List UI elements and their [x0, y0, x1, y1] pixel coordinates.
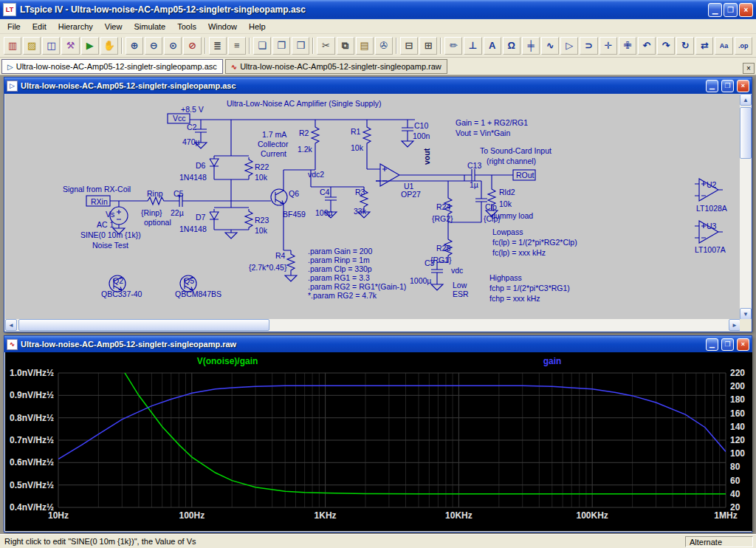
waveform-plot-area[interactable]: 1.0nV/Hz½0.9nV/Hz½0.8nV/Hz½0.7nV/Hz½0.6n…: [5, 352, 752, 531]
control-panel-button[interactable]: ⚒: [61, 37, 79, 55]
print-button[interactable]: ⊟: [400, 37, 418, 55]
tab-waveform[interactable]: ∿Ultra-low-noise-AC-Amp05-12-singletr-si…: [225, 59, 447, 74]
schematic-text[interactable]: .param Rinp = 1m: [308, 256, 370, 264]
undo-button[interactable]: ↶: [638, 37, 656, 55]
schematic-text[interactable]: Low: [453, 281, 467, 290]
tab-schematic[interactable]: ▷Ultra-low-noise-AC-Amp05-12-singletr-si…: [1, 59, 223, 74]
schematic-text[interactable]: Rinp: [147, 190, 163, 198]
schematic-text[interactable]: Vs: [106, 210, 114, 219]
zoom-area-button[interactable]: ⊕: [126, 37, 143, 55]
tile-vertical-button[interactable]: ❐: [272, 37, 290, 55]
schematic-text[interactable]: AC 1: [97, 221, 114, 229]
schematic-text[interactable]: Q2: [113, 277, 123, 285]
schematic-text[interactable]: R22: [255, 163, 269, 171]
new-schematic-button[interactable]: ▥: [4, 37, 21, 55]
schematic-text[interactable]: vdc2: [308, 171, 324, 179]
schematic-text[interactable]: Q5: [184, 277, 194, 285]
schematic-text[interactable]: fc(lp) = 1/(2*pi*RG2*Clp): [492, 239, 577, 247]
schematic-text[interactable]: R24: [436, 203, 450, 211]
schematic-text[interactable]: LT1028A: [696, 205, 727, 213]
schematic-text[interactable]: 10k: [499, 200, 512, 208]
schematic-text[interactable]: Clp: [485, 203, 497, 211]
schematic-text[interactable]: 10k: [255, 227, 267, 235]
schematic-text[interactable]: Signal from RX-Coil: [63, 185, 131, 193]
schematic-text[interactable]: 22µ: [171, 209, 184, 217]
drag-button[interactable]: ✙: [619, 37, 636, 55]
open-file-button[interactable]: ▨: [23, 37, 41, 55]
schematic-text[interactable]: 100n: [413, 132, 430, 140]
place-ground-button[interactable]: ⊥: [464, 37, 481, 55]
place-diode-button[interactable]: ▷: [560, 37, 578, 55]
schematic-text[interactable]: C4: [320, 188, 329, 196]
vscroll-thumb[interactable]: [740, 107, 752, 159]
schematic-text[interactable]: U3: [707, 222, 716, 230]
place-capacitor-button[interactable]: ╪: [522, 37, 540, 55]
schematic-text[interactable]: R2: [299, 129, 309, 137]
menu-hierarchy[interactable]: Hierarchy: [52, 20, 99, 33]
waveform-close-button[interactable]: ×: [737, 338, 749, 351]
menu-help[interactable]: Help: [243, 20, 272, 33]
schematic-text[interactable]: Highpass: [489, 274, 522, 282]
schematic-text[interactable]: 1.7 mA: [262, 131, 286, 139]
menu-window[interactable]: Window: [202, 20, 243, 33]
schematic-text[interactable]: Lowpass: [492, 228, 523, 236]
print-preview-button[interactable]: ⊞: [419, 37, 437, 55]
waveform-restore-button[interactable]: ❐: [721, 338, 734, 351]
schematic-text[interactable]: vdc: [451, 267, 463, 275]
schematic-window-titlebar[interactable]: ▷ Ultra-low-noise-AC-Amp05-12-singletr-s…: [4, 78, 752, 94]
schematic-text[interactable]: QBC337-40: [101, 290, 142, 298]
schematic-minimize-button[interactable]: ▁: [706, 80, 718, 92]
schematic-text[interactable]: 1µ: [470, 181, 478, 189]
schematic-text[interactable]: 10k: [351, 144, 363, 152]
schematic-text[interactable]: *.param RG2 = 4.7k: [308, 292, 377, 300]
schematic-text[interactable]: R4: [275, 252, 285, 260]
schematic-text[interactable]: C5: [173, 190, 183, 198]
schematic-text[interactable]: 1.2k: [298, 145, 312, 154]
schematic-text[interactable]: RXin: [91, 198, 108, 206]
schematic-text[interactable]: U2: [707, 181, 716, 189]
text-button[interactable]: Aa: [715, 37, 732, 55]
rotate-button[interactable]: ↻: [676, 37, 694, 55]
schematic-text[interactable]: .param Gain = 200: [308, 247, 372, 256]
spice-netlist-button[interactable]: ≣: [209, 37, 227, 55]
schematic-text[interactable]: .param RG1 = 3.3: [308, 274, 370, 282]
restore-button[interactable]: ❐: [724, 3, 738, 17]
zoom-clear-button[interactable]: ⊘: [183, 37, 201, 55]
schematic-text[interactable]: R25: [436, 244, 450, 253]
spice-directive-button[interactable]: .op: [735, 37, 752, 55]
scroll-right-button[interactable]: ►: [729, 319, 740, 331]
schematic-text[interactable]: R23: [255, 216, 269, 225]
schematic-text[interactable]: C13: [467, 162, 481, 170]
schematic-text[interactable]: {RG2}: [432, 215, 453, 223]
close-button[interactable]: ×: [739, 3, 753, 17]
place-component-button[interactable]: ⊃: [580, 37, 597, 55]
schematic-text[interactable]: 470µ: [182, 138, 200, 146]
schematic-text[interactable]: 1N4148: [179, 225, 207, 233]
schematic-text[interactable]: +8.5 V: [181, 106, 204, 114]
schematic-restore-button[interactable]: ❐: [721, 80, 734, 92]
app-titlebar[interactable]: LT LTspice IV - Ultra-low-noise-AC-Amp05…: [0, 0, 756, 19]
schematic-text[interactable]: 100µ: [315, 209, 333, 217]
label-net-button[interactable]: A: [484, 37, 501, 55]
mirror-button[interactable]: ⇄: [695, 37, 713, 55]
schematic-text[interactable]: 10k: [255, 174, 267, 182]
menu-tools[interactable]: Tools: [171, 20, 202, 33]
schematic-text[interactable]: (right channel): [487, 157, 536, 165]
schematic-text[interactable]: {Clp}: [484, 215, 501, 223]
save-button[interactable]: ◫: [42, 37, 60, 55]
schematic-text[interactable]: Noise Test: [92, 242, 128, 250]
schematic-text[interactable]: fc(lp) = xxx kHz: [492, 249, 546, 257]
zoom-fit-button[interactable]: ⊙: [164, 37, 182, 55]
schematic-text[interactable]: optional: [144, 219, 171, 227]
schematic-text[interactable]: BF459: [283, 210, 306, 219]
schematic-text[interactable]: QBCM847BS: [175, 290, 221, 298]
legend-gain[interactable]: gain: [543, 356, 562, 366]
run-button[interactable]: ▶: [81, 37, 99, 55]
schematic-text[interactable]: 1N4148: [179, 174, 207, 182]
menu-file[interactable]: File: [1, 20, 27, 33]
halt-button[interactable]: ✋: [100, 37, 118, 55]
schematic-text[interactable]: Q6: [289, 190, 299, 198]
tabbar-close-button[interactable]: ×: [743, 63, 755, 74]
error-log-button[interactable]: ≡: [228, 37, 246, 55]
tile-horizontal-button[interactable]: ❏: [253, 37, 271, 55]
